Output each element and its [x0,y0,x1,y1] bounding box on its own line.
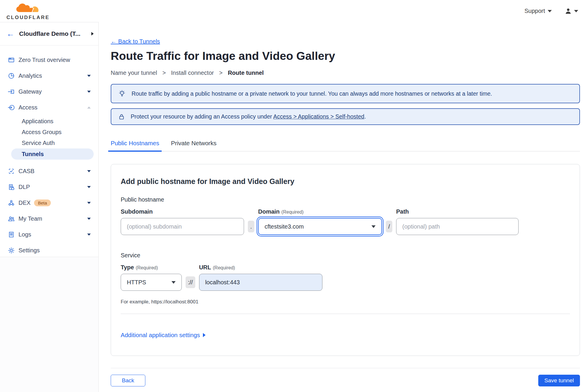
chevron-down-icon [87,218,91,220]
gateway-icon [8,88,15,95]
service-section-label: Service [121,252,570,259]
scheme-separator: :// [186,276,195,288]
sidebar-item-access[interactable]: Access [0,99,98,115]
sidebar-item-zero-trust-overview[interactable]: Zero Trust overview [0,52,98,68]
dex-icon [8,199,15,207]
add-hostname-card: Add public hostname for Image and Video … [111,164,580,356]
sidebar-item-applications[interactable]: Applications [0,116,98,127]
access-icon [8,104,15,111]
service-type-select[interactable]: HTTPS [121,274,182,291]
account-name: Cloudflare Demo (T... [19,30,87,37]
sidebar-item-label: Logs [18,231,31,238]
hostname-field-row: Subdomain . Domain(Required) cftestsite3… [121,208,570,235]
card-divider [121,314,570,314]
url-required-hint: (Required) [213,265,235,270]
additional-settings-link[interactable]: Additional application settings [121,332,206,339]
submenu-item-label: Service Auth [22,140,55,146]
back-arrow-icon[interactable]: ← [6,30,14,38]
top-bar: CLOUDFLARE Support [0,0,587,22]
casb-icon [8,168,15,175]
sidebar-item-gateway[interactable]: Gateway [0,84,98,99]
type-label-text: Type [121,264,134,271]
logs-icon [8,231,15,238]
subdomain-label: Subdomain [121,208,244,215]
subdomain-input[interactable] [121,218,244,235]
sidebar-item-settings[interactable]: Settings [0,242,98,258]
breadcrumb-step-route-tunnel: Route tunnel [228,70,264,76]
gear-icon [8,247,15,254]
user-menu[interactable] [565,8,578,15]
submenu-item-label: Tunnels [22,151,44,158]
route-tip-banner: Route traffic by adding a public hostnam… [111,84,580,103]
sidebar: ← Cloudflare Demo (T... Zero Trust overv… [0,22,99,392]
route-tip-text: Route traffic by adding a public hostnam… [132,90,492,97]
submenu-item-label: Access Groups [22,129,62,136]
sidebar-item-service-auth[interactable]: Service Auth [0,138,98,148]
path-input[interactable] [396,218,519,235]
tab-public-hostnames[interactable]: Public Hostnames [111,140,159,151]
chevron-down-icon [87,234,91,236]
back-to-tunnels-link[interactable]: ← Back to Tunnels [111,38,160,45]
overview-window-icon [8,56,15,64]
save-tunnel-button[interactable]: Save tunnel [538,375,580,386]
domain-label-text: Domain [258,208,280,215]
domain-select[interactable]: cftestsite3.com [258,218,382,235]
chevron-down-icon [87,202,91,204]
dot-separator: . [248,221,254,232]
tab-private-networks[interactable]: Private Networks [171,140,216,151]
service-url-input[interactable] [199,274,322,291]
sidebar-item-my-team[interactable]: My Team [0,211,98,227]
sidebar-item-label: DEX [18,200,31,206]
sidebar-item-tunnels[interactable]: Tunnels [11,148,94,160]
url-label: URL(Required) [199,264,322,271]
lightbulb-icon [118,90,126,98]
slash-separator: / [386,221,392,232]
footer-actions: Back Save tunnel [111,375,580,386]
domain-required-hint: (Required) [281,209,304,214]
sidebar-item-label: My Team [18,215,42,222]
chevron-down-icon [87,186,91,188]
url-example-hint: For example, https://localhost:8001 [121,299,570,305]
service-field-row: Type(Required) HTTPS :// URL(Required) [121,264,570,291]
sidebar-footer-area [0,257,98,392]
access-policy-text: Protect your resource by adding an Acces… [131,113,366,120]
cloudflare-logo[interactable]: CLOUDFLARE [6,2,50,20]
breadcrumb-separator: > [162,70,166,76]
page-title: Route Traffic for Image and Video Galler… [111,49,580,63]
cloudflare-cloud-icon [14,2,42,15]
card-heading: Add public hostname for Image and Video … [121,177,570,186]
sidebar-item-label: CASB [18,168,34,175]
sidebar-item-logs[interactable]: Logs [0,227,98,242]
sidebar-item-analytics[interactable]: Analytics [0,68,98,84]
breadcrumb-step-install-connector[interactable]: Install connector [171,70,214,76]
chevron-down-icon [574,10,578,12]
access-applications-link[interactable]: Access > Applications > Self-hosted [273,113,364,120]
back-button[interactable]: Back [111,375,145,386]
public-hostname-section-label: Public hostname [121,196,570,203]
account-switcher[interactable]: ← Cloudflare Demo (T... [0,22,98,45]
chevron-down-icon [548,10,552,12]
breadcrumb-separator: > [219,70,223,76]
support-menu[interactable]: Support [524,8,552,14]
sidebar-item-access-groups[interactable]: Access Groups [0,127,98,138]
access-submenu: Applications Access Groups Service Auth … [0,115,98,163]
footer-divider [111,368,580,368]
analytics-pie-icon [8,72,15,80]
main-content: ← Back to Tunnels Route Traffic for Imag… [99,22,587,392]
sidebar-item-casb[interactable]: CASB [0,163,98,179]
submenu-item-label: Applications [22,118,53,125]
access-policy-banner: Protect your resource by adding an Acces… [111,108,580,125]
chevron-down-icon [87,170,91,172]
sidebar-item-label: Zero Trust overview [18,57,70,63]
chevron-down-icon [371,225,376,228]
chevron-down-icon [87,91,91,93]
sidebar-item-label: Access [18,104,37,111]
lock-icon [118,113,125,120]
sidebar-menu: Zero Trust overview Analytics Gateway [0,45,98,258]
service-type-value: HTTPS [127,279,146,286]
sidebar-item-dex[interactable]: DEX Beta [0,195,98,211]
sidebar-item-label: Gateway [18,88,42,95]
sidebar-item-dlp[interactable]: DLP [0,179,98,195]
beta-badge: Beta [34,200,51,206]
breadcrumb-step-name-tunnel[interactable]: Name your tunnel [111,70,157,76]
